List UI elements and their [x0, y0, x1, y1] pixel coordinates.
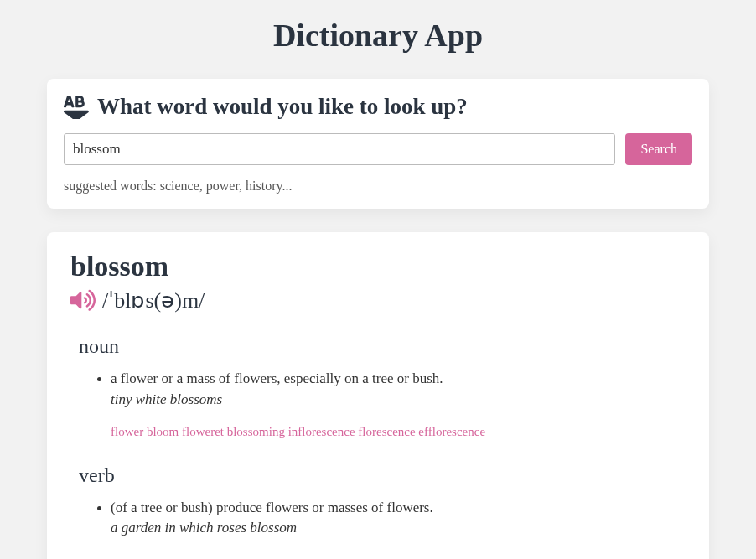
definition-text: a flower or a mass of flowers, especiall…: [111, 370, 443, 386]
search-input[interactable]: [64, 133, 615, 165]
search-heading-text: What word would you like to look up?: [97, 94, 468, 120]
result-card: blossom /ˈblɒs(ə)m/ noun a flower or a m…: [47, 232, 709, 559]
example-text: a garden in which roses blossom: [111, 520, 686, 536]
result-word: blossom: [70, 251, 686, 282]
audio-icon[interactable]: [70, 289, 96, 313]
suggested-words-text: suggested words: science, power, history…: [64, 179, 692, 194]
part-of-speech: noun: [79, 335, 686, 358]
search-heading: What word would you like to look up?: [64, 94, 692, 120]
part-of-speech: verb: [79, 464, 686, 487]
search-card: What word would you like to look up? Sea…: [47, 79, 709, 209]
definition-text: (of a tree or bush) produce flowers or m…: [111, 499, 433, 515]
synonyms-text: flower bloom floweret blossoming inflore…: [111, 425, 686, 439]
definition-item: a flower or a mass of flowers, especiall…: [111, 368, 686, 408]
search-button[interactable]: Search: [625, 133, 692, 165]
example-text: tiny white blossoms: [111, 391, 686, 408]
meaning-block-0: noun a flower or a mass of flowers, espe…: [70, 335, 686, 439]
definition-item: (of a tree or bush) produce flowers or m…: [111, 497, 686, 537]
meaning-block-1: verb (of a tree or bush) produce flowers…: [70, 464, 686, 537]
spellcheck-icon: [64, 96, 91, 119]
app-title: Dictionary App: [47, 17, 709, 54]
phonetic-text: /ˈblɒs(ə)m/: [102, 287, 205, 313]
